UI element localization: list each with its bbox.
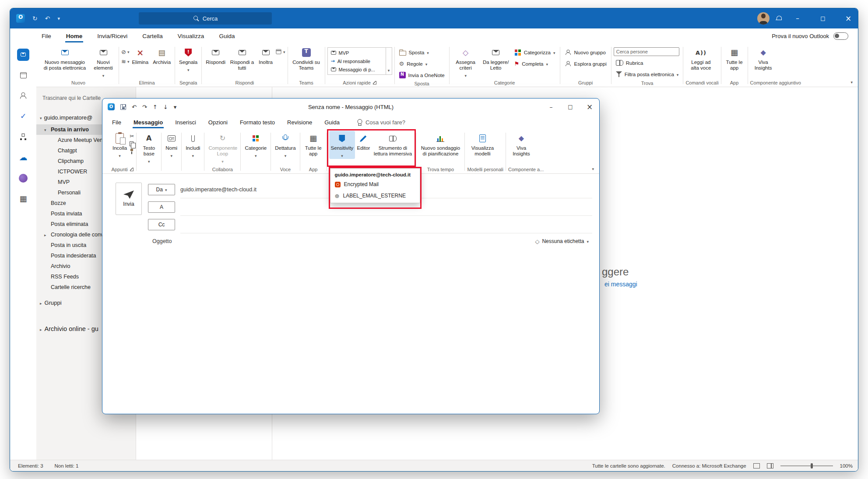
to-button[interactable]: A <box>148 201 175 213</box>
filter-email-button[interactable]: Filtra posta elettronica <box>614 69 681 79</box>
tab-formato-testo[interactable]: Formato testo <box>239 116 276 128</box>
rail-viva-engage-button[interactable] <box>10 168 36 188</box>
quick-step-mvp[interactable]: MVP <box>328 49 386 57</box>
dialog-launcher-icon[interactable] <box>130 168 134 171</box>
message-body[interactable] <box>102 249 599 414</box>
rail-org-button[interactable] <box>10 127 36 147</box>
send-receive-icon[interactable] <box>32 15 38 21</box>
customize-toolbar-icon[interactable] <box>174 104 177 110</box>
quick-steps-scroll[interactable] <box>386 48 392 74</box>
maximize-button[interactable] <box>561 99 580 115</box>
all-apps-button[interactable]: Tutte le app <box>724 45 745 71</box>
quick-step-al-responsabile[interactable]: Al responsabile <box>328 57 386 65</box>
report-button[interactable]: Segnala <box>177 45 199 73</box>
sensitivity-option-label-email-esterne[interactable]: LABEL_EMAIL_ESTERNE <box>330 190 420 201</box>
ignore-button[interactable] <box>121 49 129 55</box>
close-button[interactable] <box>839 8 858 28</box>
tab-file[interactable]: File <box>111 116 122 128</box>
names-button[interactable]: Nomi <box>164 131 179 159</box>
zoom-slider[interactable] <box>780 465 833 466</box>
search-input[interactable]: Cerca <box>139 12 272 25</box>
delete-button[interactable]: Elimina <box>130 45 150 65</box>
view-reading-icon[interactable] <box>767 463 773 468</box>
search-people-input[interactable]: Cerca persone <box>614 47 679 56</box>
dictate-button[interactable]: Dettatura <box>273 131 297 159</box>
categories-button[interactable]: Categorie <box>243 131 268 159</box>
tab-cartella[interactable]: Cartella <box>141 30 164 42</box>
rail-calendar-button[interactable] <box>10 65 36 85</box>
from-button[interactable]: Da <box>148 184 175 195</box>
viva-insights-button[interactable]: Viva Insights <box>508 131 534 157</box>
tab-visualizza[interactable]: Visualizza <box>177 30 205 42</box>
new-items-button[interactable]: Nuovi elementi <box>90 45 116 79</box>
new-mail-button[interactable]: Nuovo messaggio di posta elettronica <box>40 45 89 71</box>
viva-insights-button[interactable]: Viva Insights <box>750 45 777 71</box>
sensitivity-option-encrypted-mail[interactable]: Encrypted Mail <box>330 179 420 190</box>
cleanup-button[interactable] <box>121 58 129 64</box>
send-button[interactable]: Invia <box>116 183 142 215</box>
cc-field[interactable] <box>180 216 592 233</box>
tab-messaggio[interactable]: Messaggio <box>133 116 164 128</box>
rail-onedrive-button[interactable] <box>10 147 36 168</box>
collapse-ribbon-icon[interactable] <box>592 164 594 172</box>
format-painter-button[interactable] <box>130 149 134 155</box>
categorize-button[interactable]: Categorizza <box>512 47 558 57</box>
close-button[interactable] <box>580 99 599 115</box>
sensitivity-label-selector[interactable]: Nessuna etichetta <box>535 238 592 244</box>
tab-revisione[interactable]: Revisione <box>286 116 313 128</box>
editor-button[interactable]: Editor <box>355 131 372 159</box>
all-apps-button[interactable]: Tutte le app <box>302 131 324 157</box>
try-new-outlook-toggle[interactable] <box>833 32 848 40</box>
rail-people-button[interactable] <box>10 85 36 106</box>
rules-button[interactable]: Regole <box>397 59 447 69</box>
minimize-button[interactable] <box>541 99 561 115</box>
customize-toolbar-icon[interactable] <box>57 16 60 21</box>
view-normal-icon[interactable] <box>753 463 760 468</box>
undo-icon[interactable] <box>132 104 137 110</box>
tab-file[interactable]: File <box>41 30 52 42</box>
undo-icon[interactable] <box>45 15 50 21</box>
tab-guida[interactable]: Guida <box>323 116 341 128</box>
zoom-level[interactable]: 100% <box>840 463 853 468</box>
redo-icon[interactable] <box>142 104 147 110</box>
tab-inserisci[interactable]: Inserisci <box>174 116 197 128</box>
rail-apps-button[interactable] <box>10 188 36 209</box>
tab-opzioni[interactable]: Opzioni <box>207 116 228 128</box>
copy-button[interactable] <box>130 141 134 146</box>
subject-field[interactable]: Nessuna etichetta <box>186 233 592 249</box>
unread-read-button[interactable]: Da leggere/ Letto <box>481 45 511 71</box>
rail-todo-button[interactable] <box>10 106 36 127</box>
include-button[interactable]: Includi <box>184 131 202 159</box>
tab-home[interactable]: Home <box>65 30 84 42</box>
follow-up-button[interactable]: Completa <box>512 59 558 69</box>
share-to-teams-button[interactable]: Condividi su Teams <box>290 45 323 71</box>
archive-button[interactable]: Archivia <box>151 45 172 65</box>
basic-text-button[interactable]: Testo base <box>139 131 159 165</box>
minimize-button[interactable] <box>788 8 807 28</box>
dialog-launcher-icon[interactable] <box>373 81 376 85</box>
quick-step-messaggio[interactable]: Messaggio di p... <box>328 65 386 74</box>
tab-invia-ricevi[interactable]: Invia/Ricevi <box>96 30 128 42</box>
meeting-button[interactable] <box>275 49 285 55</box>
move-button[interactable]: Sposta <box>397 47 447 57</box>
read-aloud-button[interactable]: Leggi ad alta voce <box>685 45 716 71</box>
maximize-button[interactable] <box>813 8 833 28</box>
tell-me-box[interactable]: Cosa vuoi fare? <box>357 119 405 126</box>
collapse-ribbon-icon[interactable] <box>850 77 853 85</box>
cut-button[interactable] <box>130 134 134 139</box>
address-book-button[interactable]: Rubrica <box>614 58 681 68</box>
reply-button[interactable]: Rispondi <box>204 45 227 65</box>
avatar[interactable] <box>757 12 770 25</box>
reading-pane-link[interactable]: ei messaggi <box>604 281 637 288</box>
assign-policy-button[interactable]: Assegna criteri <box>452 45 480 79</box>
forward-button[interactable]: Inoltra <box>257 45 274 65</box>
notifications-bell-icon[interactable] <box>776 16 782 21</box>
rail-mail-button[interactable] <box>10 44 36 65</box>
save-icon[interactable] <box>120 104 126 110</box>
view-templates-button[interactable]: Visualizza modelli <box>467 131 498 157</box>
next-item-icon[interactable] <box>163 104 168 110</box>
immersive-reader-button[interactable]: Strumento di lettura immersiva <box>372 131 414 159</box>
browse-groups-button[interactable]: Esplora gruppi <box>562 59 609 69</box>
scheduling-poll-button[interactable]: Nuovo sondaggio di pianificazione <box>418 131 462 157</box>
sensitivity-button[interactable]: Sensitivity <box>329 131 355 159</box>
